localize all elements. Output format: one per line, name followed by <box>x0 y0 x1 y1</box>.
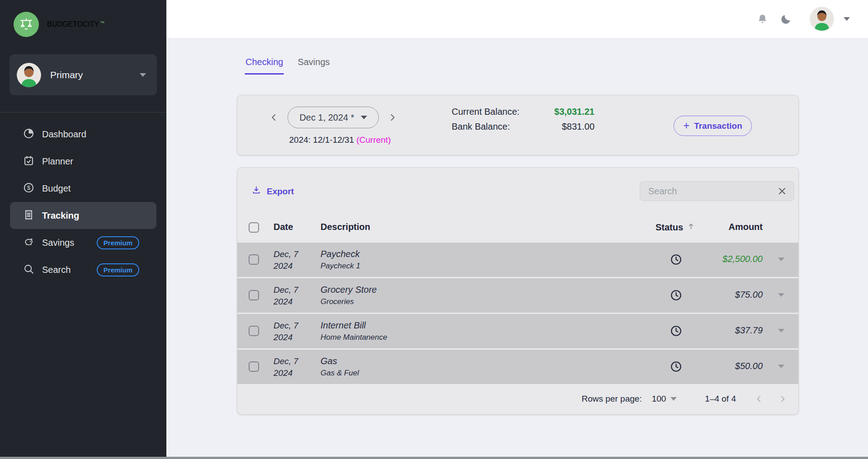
dollar-circle-icon: $ <box>23 182 35 196</box>
row-description: Paycheck Paycheck 1 <box>321 248 360 272</box>
row-date: Dec, 72024 <box>274 248 298 272</box>
search-icon <box>23 263 35 277</box>
row-description: Grocery Store Groceries <box>321 283 377 307</box>
bell-icon[interactable] <box>752 9 772 29</box>
period-range: 2024: 12/1-12/31 (Current) <box>267 135 413 145</box>
tab-savings[interactable]: Savings <box>297 57 330 75</box>
date-select-button[interactable]: Dec 1, 2024 * <box>288 107 379 128</box>
search-input[interactable] <box>648 186 777 197</box>
pagination-nav <box>752 392 789 406</box>
sidebar-nav: Dashboard Planner $ Budget <box>0 121 166 283</box>
svg-text:$: $ <box>27 184 31 191</box>
window-bottom-edge <box>0 457 868 459</box>
row-amount: $75.00 <box>690 290 763 300</box>
clock-icon[interactable] <box>670 253 683 267</box>
download-icon <box>251 185 261 197</box>
export-button[interactable]: Export <box>247 183 298 200</box>
add-transaction-button[interactable]: + Transaction <box>674 116 752 136</box>
column-header-status[interactable]: Status <box>656 222 695 233</box>
row-expand-caret[interactable] <box>778 365 784 368</box>
chevron-down-icon <box>361 116 367 119</box>
row-description: Internet Bill Home Maintanence <box>321 319 387 343</box>
clock-icon[interactable] <box>670 324 683 338</box>
chevron-left-icon[interactable] <box>267 107 281 128</box>
table-body: Dec, 72024 Paycheck Paycheck 1 $2,500.00… <box>237 243 798 385</box>
row-description: Gas Gas & Fuel <box>321 355 359 379</box>
current-flag: (Current) <box>356 135 391 145</box>
row-checkbox[interactable] <box>249 361 259 372</box>
tab-checking[interactable]: Checking <box>245 57 283 75</box>
chevron-down-icon <box>140 73 146 77</box>
premium-badge: Premium <box>97 263 139 276</box>
receipt-icon <box>23 209 35 223</box>
table-header: Date Description Status Amount <box>237 217 798 240</box>
sidebar: BUDGETOCITY™ Primary <box>0 0 166 457</box>
search-box <box>640 181 794 201</box>
current-balance-label: Current Balance: <box>452 107 524 117</box>
sidebar-item-tracking[interactable]: Tracking <box>10 202 156 229</box>
column-header-amount[interactable]: Amount <box>722 222 763 232</box>
sidebar-divider <box>0 112 166 112</box>
bank-balance-label: Bank Balance: <box>452 122 524 132</box>
clear-icon[interactable] <box>777 186 788 197</box>
plus-icon: + <box>683 120 689 131</box>
row-expand-caret[interactable] <box>778 258 784 261</box>
row-checkbox[interactable] <box>249 254 259 265</box>
main-content: Checking Savings Dec 1, 2024 * 2024: 12/… <box>166 38 868 457</box>
row-date: Dec, 72024 <box>274 284 298 308</box>
account-selector[interactable]: Primary <box>9 54 157 95</box>
balance-scale-icon <box>14 12 39 37</box>
column-header-description: Description <box>321 222 370 232</box>
current-balance-value: $3,031.21 <box>524 107 594 117</box>
period-balance-card: Dec 1, 2024 * 2024: 12/1-12/31 (Current)… <box>237 95 799 155</box>
moon-icon[interactable] <box>772 9 792 29</box>
pagination-range: 1–4 of 4 <box>705 394 736 404</box>
transaction-row[interactable]: Dec, 72024 Paycheck Paycheck 1 $2,500.00 <box>237 243 798 277</box>
row-amount: $2,500.00 <box>690 254 763 264</box>
chevron-right-icon[interactable] <box>386 107 399 128</box>
period-navigator: Dec 1, 2024 * <box>267 107 399 128</box>
row-expand-caret[interactable] <box>778 293 784 297</box>
premium-badge: Premium <box>97 236 139 249</box>
sidebar-item-dashboard[interactable]: Dashboard <box>10 121 156 148</box>
rows-per-page-label: Rows per page: <box>582 394 642 404</box>
clock-icon[interactable] <box>670 289 683 302</box>
selected-date: Dec 1, 2024 * <box>299 112 354 123</box>
pie-chart-icon <box>23 127 35 141</box>
account-tabs: Checking Savings <box>245 57 330 75</box>
row-date: Dec, 72024 <box>274 320 298 343</box>
row-checkbox[interactable] <box>249 326 259 336</box>
brand-logo: BUDGETOCITY™ <box>0 0 166 48</box>
sidebar-item-budget[interactable]: $ Budget <box>10 175 156 202</box>
sidebar-item-planner[interactable]: Planner <box>10 148 156 175</box>
avatar[interactable] <box>810 7 834 31</box>
row-amount: $37.79 <box>690 325 763 336</box>
row-checkbox[interactable] <box>249 290 259 300</box>
transaction-row[interactable]: Dec, 72024 Grocery Store Groceries $75.0… <box>237 278 798 313</box>
chevron-down-icon <box>670 397 677 401</box>
transaction-row[interactable]: Dec, 72024 Gas Gas & Fuel $50.00 <box>237 350 798 384</box>
chevron-down-icon[interactable] <box>844 17 850 21</box>
table-footer: Rows per page: 100 1–4 of 4 <box>237 383 798 414</box>
calendar-icon <box>23 155 35 169</box>
brand-name: BUDGETOCITY™ <box>47 20 104 28</box>
transactions-card: Export Date Description Status Amount <box>237 167 799 415</box>
sidebar-item-savings[interactable]: Savings Premium <box>10 229 156 256</box>
sidebar-item-search[interactable]: Search Premium <box>10 256 156 283</box>
clock-icon[interactable] <box>670 360 683 374</box>
transaction-row[interactable]: Dec, 72024 Internet Bill Home Maintanenc… <box>237 314 798 348</box>
chevron-right-icon[interactable] <box>776 392 789 406</box>
balances: Current Balance: $3,031.21 Bank Balance:… <box>452 104 594 134</box>
row-expand-caret[interactable] <box>778 329 784 333</box>
select-all-checkbox[interactable] <box>249 222 259 233</box>
topbar <box>166 0 868 38</box>
account-label: Primary <box>50 70 83 80</box>
chevron-left-icon[interactable] <box>752 392 766 406</box>
row-date: Dec, 72024 <box>274 356 298 379</box>
trademark: ™ <box>100 20 104 25</box>
bank-balance-value: $831.00 <box>524 122 594 132</box>
avatar <box>17 63 41 87</box>
sort-asc-icon <box>687 222 695 233</box>
rows-per-page-select[interactable]: 100 <box>652 394 677 404</box>
row-amount: $50.00 <box>690 361 763 371</box>
